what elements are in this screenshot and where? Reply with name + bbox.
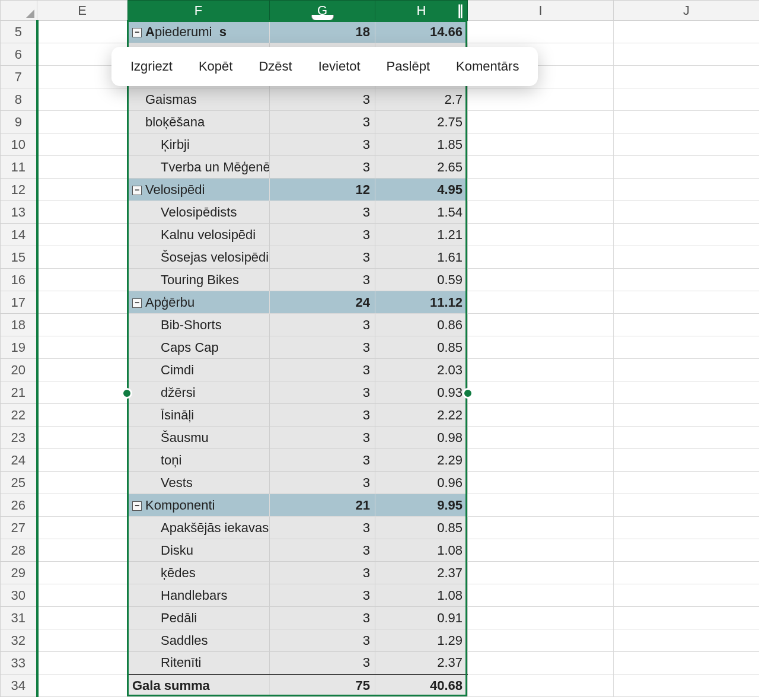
- row-header[interactable]: 22: [1, 404, 37, 427]
- cell-J[interactable]: [614, 291, 760, 314]
- column-resize-icon[interactable]: ‖: [457, 3, 461, 18]
- cell-I[interactable]: [468, 584, 614, 607]
- cell-G[interactable]: 3: [270, 517, 375, 539]
- row-header[interactable]: 32: [1, 629, 37, 652]
- cell-I[interactable]: [468, 494, 614, 517]
- menu-insert[interactable]: Ievietot: [308, 52, 371, 81]
- row-header[interactable]: 17: [1, 291, 37, 314]
- row-header[interactable]: 12: [1, 179, 37, 201]
- menu-hide[interactable]: Paslēpt: [376, 52, 441, 81]
- row-header[interactable]: 7: [1, 66, 37, 88]
- cell-E[interactable]: [37, 291, 127, 314]
- cell-I[interactable]: [468, 629, 614, 652]
- cell-G[interactable]: 3: [270, 246, 375, 269]
- row-header[interactable]: 14: [1, 224, 37, 246]
- cell-I[interactable]: [468, 449, 614, 472]
- cell-F[interactable]: −Apģērbu: [127, 291, 270, 314]
- cell-I[interactable]: [468, 427, 614, 449]
- cell-G[interactable]: 3: [270, 607, 375, 629]
- row-header[interactable]: 6: [1, 43, 37, 66]
- row-header[interactable]: 30: [1, 584, 37, 607]
- col-header-G[interactable]: G: [270, 1, 375, 21]
- row-header[interactable]: 26: [1, 494, 37, 517]
- cell-H[interactable]: 1.21: [375, 224, 468, 246]
- cell-H[interactable]: 1.08: [375, 539, 468, 562]
- cell-G[interactable]: 3: [270, 269, 375, 291]
- cell-J[interactable]: [614, 21, 760, 43]
- cell-H[interactable]: 1.54: [375, 201, 468, 224]
- cell-I[interactable]: [468, 539, 614, 562]
- cell-H[interactable]: 0.91: [375, 607, 468, 629]
- cell-F[interactable]: Gaismas: [127, 88, 270, 111]
- cell-H[interactable]: 40.68: [375, 674, 468, 697]
- cell-E[interactable]: [37, 449, 127, 472]
- row-header[interactable]: 34: [1, 674, 37, 697]
- cell-H[interactable]: 14.66: [375, 21, 468, 43]
- cell-J[interactable]: [614, 224, 760, 246]
- cell-F[interactable]: Ritenīti: [127, 652, 270, 674]
- cell-F[interactable]: Pedāli: [127, 607, 270, 629]
- collapse-icon[interactable]: −: [132, 28, 142, 37]
- cell-E[interactable]: [37, 517, 127, 539]
- row-header[interactable]: 13: [1, 201, 37, 224]
- cell-G[interactable]: 3: [270, 359, 375, 381]
- cell-G[interactable]: 3: [270, 201, 375, 224]
- cell-J[interactable]: [614, 517, 760, 539]
- cell-J[interactable]: [614, 427, 760, 449]
- cell-J[interactable]: [614, 381, 760, 404]
- cell-J[interactable]: [614, 111, 760, 133]
- cell-I[interactable]: [468, 21, 614, 43]
- cell-F[interactable]: Cimdi: [127, 359, 270, 381]
- cell-J[interactable]: [614, 629, 760, 652]
- cell-I[interactable]: [468, 562, 614, 584]
- row-header[interactable]: 15: [1, 246, 37, 269]
- cell-J[interactable]: [614, 539, 760, 562]
- menu-cut[interactable]: Izgriezt: [120, 52, 183, 81]
- cell-I[interactable]: [468, 179, 614, 201]
- cell-E[interactable]: [37, 359, 127, 381]
- cell-G[interactable]: 24: [270, 291, 375, 314]
- col-header-F[interactable]: F: [127, 1, 270, 21]
- cell-H[interactable]: 0.93: [375, 381, 468, 404]
- col-header-E[interactable]: E: [37, 1, 127, 21]
- cell-F[interactable]: Gala summa: [127, 674, 270, 697]
- cell-E[interactable]: [37, 629, 127, 652]
- cell-J[interactable]: [614, 584, 760, 607]
- collapse-icon[interactable]: −: [132, 501, 142, 511]
- row-header[interactable]: 24: [1, 449, 37, 472]
- cell-H[interactable]: 4.95: [375, 179, 468, 201]
- cell-I[interactable]: [468, 133, 614, 156]
- cell-F[interactable]: Šausmu: [127, 427, 270, 449]
- cell-J[interactable]: [614, 472, 760, 494]
- cell-I[interactable]: [468, 359, 614, 381]
- cell-F[interactable]: Ķirbji: [127, 133, 270, 156]
- cell-H[interactable]: 0.59: [375, 269, 468, 291]
- filter-handle-icon[interactable]: [311, 15, 334, 21]
- cell-E[interactable]: [37, 562, 127, 584]
- cell-J[interactable]: [614, 269, 760, 291]
- col-header-J[interactable]: J: [614, 1, 760, 21]
- cell-J[interactable]: [614, 156, 760, 179]
- cell-I[interactable]: [468, 201, 614, 224]
- row-header[interactable]: 33: [1, 652, 37, 674]
- row-header[interactable]: 25: [1, 472, 37, 494]
- selection-handle-right[interactable]: [463, 388, 473, 399]
- cell-F[interactable]: −Apiederumi s: [127, 21, 270, 43]
- cell-J[interactable]: [614, 88, 760, 111]
- row-header[interactable]: 29: [1, 562, 37, 584]
- cell-F[interactable]: −Komponenti: [127, 494, 270, 517]
- cell-H[interactable]: 1.61: [375, 246, 468, 269]
- cell-E[interactable]: [37, 472, 127, 494]
- cell-G[interactable]: 3: [270, 472, 375, 494]
- cell-F[interactable]: Bib-Shorts: [127, 314, 270, 336]
- cell-I[interactable]: [468, 111, 614, 133]
- cell-G[interactable]: 3: [270, 381, 375, 404]
- cell-F[interactable]: Šosejas velosipēdi: [127, 246, 270, 269]
- cell-J[interactable]: [614, 246, 760, 269]
- collapse-icon[interactable]: −: [132, 186, 142, 195]
- cell-G[interactable]: 3: [270, 652, 375, 674]
- cell-F[interactable]: Velosipēdists: [127, 201, 270, 224]
- cell-H[interactable]: 0.98: [375, 427, 468, 449]
- cell-H[interactable]: 2.03: [375, 359, 468, 381]
- cell-G[interactable]: 3: [270, 427, 375, 449]
